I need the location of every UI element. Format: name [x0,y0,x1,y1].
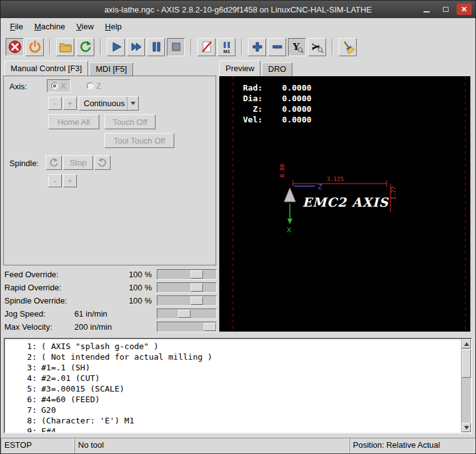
touch-off-button[interactable]: Touch Off [104,114,156,129]
preview-canvas[interactable]: 3.125 1.77 0.80 X Z Rad: 0.0000 Dia: 0.0… [219,76,470,332]
scroll-down-button[interactable] [462,423,471,432]
statusbar: ESTOP No tool Position: Relative Actual [1,438,475,453]
slider-thumb[interactable] [204,323,216,331]
spindle-forward-button[interactable] [94,155,111,170]
dro-z: Z: 0.0000 [243,104,312,114]
gcode-line-number: 2: [5,352,41,362]
gcode-line[interactable]: 5:#3=.00015 (SCALE) [5,383,460,394]
scrollbar-thumb[interactable] [462,349,471,378]
tab-preview[interactable]: Preview [219,61,260,76]
gcode-scrollbar[interactable] [461,339,471,432]
tool-touch-off-button[interactable]: Tool Touch Off [104,133,174,148]
dro-vel: Vel: 0.0000 [243,114,312,125]
tab-dro[interactable]: DRO [262,62,292,76]
axis-radio-x[interactable]: X [47,79,71,92]
rapid-override-value: 100 % [74,283,157,292]
toolbar: M1 Y Y [1,34,475,59]
home-all-button[interactable]: Home All [48,114,99,129]
scroll-up-button[interactable] [462,339,471,348]
reload-file-button[interactable] [76,38,94,56]
scroll-up-icon [464,342,469,346]
gcode-line[interactable]: 9:F#4 [5,426,460,433]
slider-thumb[interactable] [191,284,203,292]
status-position: Position: Relative Actual [349,438,475,453]
minimize-button[interactable] [419,3,434,15]
zoom-in-icon [250,40,264,54]
spindle-cw-icon [97,158,108,168]
menu-machine[interactable]: Machine [29,19,71,34]
rapid-override-slider[interactable] [157,282,217,293]
view-y-icon: Y [290,40,304,54]
gcode-listing[interactable]: 1:( AXIS "splash g-code" ) 2:( Not inten… [4,338,472,433]
run-program-button[interactable] [107,38,125,56]
jog-speed-value: 61 in/min [74,309,157,318]
step-icon [129,40,143,54]
power-icon [28,40,42,54]
close-button[interactable]: ✕ [457,3,472,15]
zoom-in-button[interactable] [248,38,266,56]
rapid-override-label: Rapid Override: [4,283,74,292]
gcode-line[interactable]: 7:G20 [5,405,460,415]
gcode-line[interactable]: 4:#2=.01 (CUT) [5,373,460,383]
pause-button[interactable] [147,38,165,56]
spindle-stop-button[interactable]: Stop [63,155,93,170]
gcode-line[interactable]: 3:#1=.1 (SH) [5,362,460,373]
optional-pause-button[interactable]: M1 [217,38,236,56]
spindle-reverse-button[interactable] [46,155,62,170]
x-axis-arrow [287,219,292,224]
slider-thumb[interactable] [191,270,203,279]
gcode-line-text: #2=.01 (CUT) [41,373,100,383]
gcode-line[interactable]: 6:#4=60 (FEED) [5,394,460,405]
gcode-line[interactable]: 8:(Character: 'E') M1 [5,415,460,426]
zoom-out-button[interactable] [268,38,286,56]
jog-speed-row: Jog Speed: 61 in/min [4,307,217,320]
pause-icon [149,40,163,54]
menu-view[interactable]: View [71,19,99,34]
jog-plus-button[interactable]: + [63,97,77,110]
slider-thumb[interactable] [191,297,203,305]
status-tool: No tool [74,438,349,453]
gcode-line-number: 6: [5,394,41,405]
window-title: axis-lathe.ngc - AXIS 2.8.2-10-g6d29f145… [1,5,475,14]
menubar: File Machine View Help [1,18,475,34]
jog-mode-select[interactable]: Continuous [79,96,139,111]
open-file-button[interactable] [56,38,74,56]
slider-thumb[interactable] [178,310,191,318]
spindle-minus-button[interactable]: - [48,174,62,187]
feed-override-slider[interactable] [157,269,217,280]
jog-speed-slider[interactable] [157,308,217,319]
machine-power-button[interactable] [26,38,44,56]
skip-lines-button[interactable] [197,38,216,56]
x-axis-label: X [287,226,292,234]
view-y-rotated-button[interactable]: Y [308,38,326,56]
menu-help[interactable]: Help [99,19,127,34]
stop-button[interactable] [167,38,185,56]
spindle-plus-button[interactable]: + [63,174,77,187]
spindle-ccw-icon [48,158,59,168]
tool-cone [284,188,295,202]
spindle-override-row: Spindle Override: 100 % [4,294,217,307]
jog-minus-button[interactable]: - [48,97,62,110]
maximize-button[interactable] [438,3,453,15]
feed-override-value: 100 % [74,270,157,279]
run-step-button[interactable] [127,38,145,56]
spindle-override-slider[interactable] [157,295,217,306]
tab-manual-control[interactable]: Manual Control [F3] [4,61,88,76]
gcode-line[interactable]: 2:( Not intended for actual milling ) [5,352,460,362]
axis-radio-z[interactable]: Z [83,80,105,92]
max-velocity-slider[interactable] [157,322,217,332]
rapid-override-row: Rapid Override: 100 % [4,281,217,294]
view-y-button[interactable]: Y [288,38,306,56]
clear-plot-button[interactable] [339,38,357,56]
gcode-line-text: ( Not intended for actual milling ) [41,352,212,362]
menu-file[interactable]: File [4,19,29,34]
estop-button[interactable] [6,38,24,56]
max-velocity-value: 200 in/min [74,322,157,332]
axis-label: Axis: [9,82,27,91]
tab-mdi[interactable]: MDI [F5] [89,62,133,76]
gcode-line[interactable]: 1:( AXIS "splash g-code" ) [5,341,460,352]
titlebar[interactable]: axis-lathe.ngc - AXIS 2.8.2-10-g6d29f145… [1,1,475,18]
dim-height-label: 1.77 [390,186,397,200]
view-y-rotated-icon: Y [310,40,324,54]
spindle-override-value: 100 % [74,296,157,305]
